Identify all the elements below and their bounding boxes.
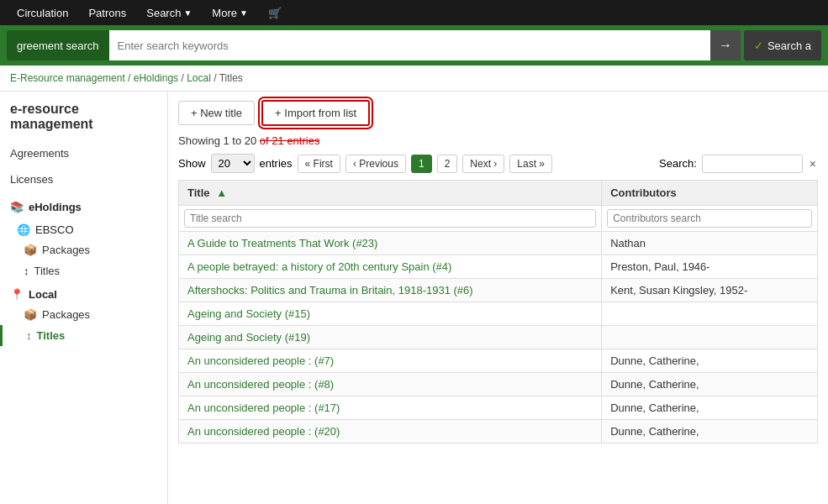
packages-icon: 📦 <box>24 244 37 256</box>
check-icon: ✓ <box>754 39 763 52</box>
top-navigation: Circulation Patrons Search ▼ More ▼ 🛒 <box>0 0 828 25</box>
showing-text: Showing 1 to 20 <box>178 134 256 147</box>
table-row: Aftershocks: Politics and Trauma in Brit… <box>179 279 818 302</box>
eholdings-icon: 📚 <box>10 201 24 213</box>
local-titles-icon: ↕ <box>26 329 32 342</box>
title-cell[interactable]: Ageing and Society (#19) <box>179 326 602 349</box>
contributors-search-input[interactable] <box>607 209 812 228</box>
breadcrumb-titles: Titles <box>219 72 243 84</box>
next-page-button[interactable]: Next › <box>462 155 504 173</box>
table-row: An unconsidered people : (#17) Dunne, Ca… <box>179 396 818 420</box>
sidebar-item-ebsco-packages[interactable]: 📦 Packages <box>0 239 167 260</box>
entries-info: Showing 1 to 20 of 21 entries <box>178 134 818 147</box>
breadcrumb-eholdings[interactable]: eHoldings <box>134 72 178 84</box>
more-dropdown-arrow: ▼ <box>240 8 248 18</box>
breadcrumb-local[interactable]: Local <box>187 72 211 84</box>
sidebar: e-resource management Agreements License… <box>0 92 168 504</box>
sidebar-title: e-resource management <box>0 102 167 142</box>
table-row: A Guide to Treatments That Work (#23) Na… <box>179 232 818 255</box>
contributors-cell: Dunne, Catherine, <box>602 349 818 373</box>
content-area: + New title + Import from list Showing 1… <box>168 92 828 504</box>
main-layout: e-resource management Agreements License… <box>0 92 828 504</box>
title-cell[interactable]: A people betrayed: a history of 20th cen… <box>179 255 602 279</box>
action-buttons: + New title + Import from list <box>178 100 818 126</box>
contributors-cell: Dunne, Catherine, <box>602 396 818 420</box>
nav-patrons[interactable]: Patrons <box>78 0 136 25</box>
breadcrumb: E-Resource management / eHoldings / Loca… <box>0 66 828 92</box>
table-row: An unconsidered people : (#7) Dunne, Cat… <box>179 349 818 373</box>
table-row: An unconsidered people : (#8) Dunne, Cat… <box>179 373 818 396</box>
search-bar: greement search → ✓ Search a <box>0 25 828 66</box>
search-bar-label: greement search <box>7 30 109 60</box>
table-search-label: Search: <box>659 157 697 170</box>
sidebar-item-ebsco-titles[interactable]: ↕ Titles <box>0 260 167 281</box>
title-search-input[interactable] <box>184 209 596 228</box>
contributors-cell: Dunne, Catherine, <box>602 420 818 444</box>
previous-page-button[interactable]: ‹ Previous <box>345 155 406 173</box>
title-cell[interactable]: An unconsidered people : (#7) <box>179 349 602 373</box>
title-cell[interactable]: An unconsidered people : (#8) <box>179 373 602 396</box>
title-cell[interactable]: Ageing and Society (#15) <box>179 302 602 326</box>
sidebar-item-local-titles[interactable]: ↕ Titles <box>0 325 167 346</box>
nav-cart[interactable]: 🛒 <box>258 0 292 25</box>
last-page-button[interactable]: Last » <box>509 155 552 173</box>
contributors-cell <box>602 302 818 326</box>
table-row: Ageing and Society (#15) <box>179 302 818 326</box>
title-cell[interactable]: A Guide to Treatments That Work (#23) <box>179 232 602 255</box>
title-cell[interactable]: Aftershocks: Politics and Trauma in Brit… <box>179 279 602 302</box>
sidebar-section-eholdings: 📚 eHoldings 🌐 EBSCO 📦 Packages ↕ Titles … <box>0 194 167 346</box>
title-sort-arrow: ▲ <box>216 186 227 199</box>
titles-icon: ↕ <box>24 265 29 277</box>
search-dropdown-arrow: ▼ <box>183 8 192 18</box>
show-label: Show <box>178 157 206 170</box>
local-icon: 📍 <box>10 288 24 301</box>
new-title-button[interactable]: + New title <box>178 101 255 125</box>
nav-circulation[interactable]: Circulation <box>7 0 78 25</box>
sidebar-subgroup-ebsco[interactable]: 🌐 EBSCO <box>0 217 167 239</box>
ebsco-globe-icon: 🌐 <box>17 223 30 236</box>
search-input[interactable] <box>109 30 710 60</box>
table-search-input[interactable] <box>702 155 803 173</box>
contributors-cell: Kent, Susan Kingsley, 1952- <box>602 279 818 302</box>
contributors-search-cell <box>602 206 818 232</box>
first-page-button[interactable]: « First <box>298 155 340 173</box>
sidebar-subgroup-local[interactable]: 📍 Local <box>0 281 167 304</box>
title-column-header[interactable]: Title ▲ <box>179 181 602 206</box>
nav-search[interactable]: Search ▼ <box>136 0 202 25</box>
contributors-cell: Nathan <box>602 232 818 255</box>
sidebar-group-eholdings[interactable]: 📚 eHoldings <box>0 194 167 217</box>
entries-label: entries <box>260 157 293 170</box>
table-row: A people betrayed: a history of 20th cen… <box>179 255 818 279</box>
contributors-cell <box>602 326 818 349</box>
breadcrumb-eresource[interactable]: E-Resource management <box>10 72 125 84</box>
contributors-cell: Preston, Paul, 1946- <box>602 255 818 279</box>
search-advanced-button[interactable]: ✓ Search a <box>744 30 821 60</box>
title-cell[interactable]: An unconsidered people : (#17) <box>179 396 602 420</box>
table-search-close-button[interactable]: × <box>808 157 818 171</box>
strikethrough-entries: of 21 entries <box>260 134 320 147</box>
sidebar-item-licenses[interactable]: Licenses <box>0 168 167 191</box>
table-search-row <box>179 206 818 232</box>
sidebar-item-agreements[interactable]: Agreements <box>0 142 167 165</box>
table-row: An unconsidered people : (#20) Dunne, Ca… <box>179 420 818 444</box>
contributors-column-header[interactable]: Contributors <box>602 181 818 206</box>
contributors-cell: Dunne, Catherine, <box>602 373 818 396</box>
sidebar-section-agreements: Agreements <box>0 142 167 165</box>
entries-per-page-select[interactable]: 10 20 50 100 <box>211 154 255 173</box>
title-cell[interactable]: An unconsidered people : (#20) <box>179 420 602 444</box>
pagination-row: Show 10 20 50 100 entries « First ‹ Prev… <box>178 154 818 173</box>
search-go-button[interactable]: → <box>710 30 741 60</box>
title-search-cell <box>179 206 602 232</box>
titles-table: Title ▲ Contributors <box>178 180 818 444</box>
nav-more[interactable]: More ▼ <box>202 0 258 25</box>
sidebar-item-local-packages[interactable]: 📦 Packages <box>0 304 167 325</box>
local-packages-icon: 📦 <box>24 308 37 321</box>
sidebar-section-licenses: Licenses <box>0 168 167 191</box>
page-1-button[interactable]: 1 <box>411 155 432 173</box>
page-2-button[interactable]: 2 <box>437 155 458 173</box>
import-from-list-button[interactable]: + Import from list <box>261 100 370 126</box>
table-row: Ageing and Society (#19) <box>179 326 818 349</box>
